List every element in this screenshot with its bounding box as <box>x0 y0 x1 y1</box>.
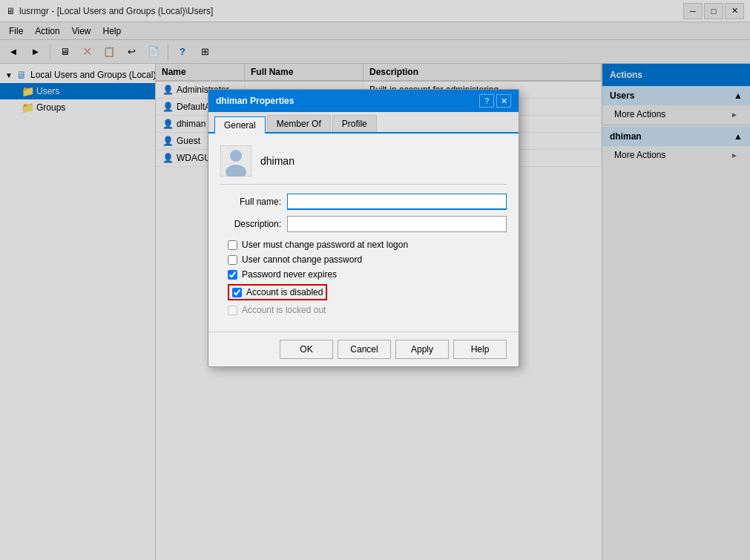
help-button-dialog[interactable]: Help <box>453 340 507 359</box>
tab-profile[interactable]: Profile <box>332 115 377 132</box>
cb-password-never-expires[interactable] <box>228 270 237 280</box>
apply-button[interactable]: Apply <box>395 340 449 359</box>
dialog-title: dhiman Properties <box>216 96 294 106</box>
cb-cannot-change-password-label: User cannot change password <box>242 254 362 265</box>
fullname-row: Full name: <box>220 194 507 210</box>
fullname-label: Full name: <box>220 197 287 207</box>
dialog-tabs: General Member Of Profile <box>208 112 519 134</box>
cb-account-locked-out-label: Account is locked out <box>242 305 326 315</box>
checkbox-row-1: User must change password at next logon <box>220 240 507 250</box>
cb-password-never-expires-label: Password never expires <box>242 269 337 280</box>
cb-must-change-password-label: User must change password at next logon <box>242 240 408 250</box>
tab-general[interactable]: General <box>214 116 266 134</box>
ok-button[interactable]: OK <box>280 340 333 359</box>
checkbox-row-3: Password never expires <box>220 269 507 280</box>
dialog-overlay: dhiman Properties ? ✕ General Member Of … <box>0 0 750 560</box>
dialog-title-bar: dhiman Properties ? ✕ <box>208 90 519 112</box>
description-row: Description: <box>220 216 507 232</box>
cb-cannot-change-password[interactable] <box>228 255 237 265</box>
dialog-help-button[interactable]: ? <box>479 94 494 108</box>
description-input[interactable] <box>287 216 507 232</box>
dialog-properties: dhiman Properties ? ✕ General Member Of … <box>208 89 519 367</box>
checkbox-row-2: User cannot change password <box>220 254 507 265</box>
checkbox-row-4: Account is disabled <box>220 284 507 300</box>
checkbox-row-5: Account is locked out <box>220 305 507 315</box>
dialog-close-button[interactable]: ✕ <box>496 94 511 108</box>
tab-member-of[interactable]: Member Of <box>267 115 331 132</box>
user-header: dhiman <box>220 145 507 185</box>
dialog-username: dhiman <box>260 155 295 167</box>
dialog-content: dhiman Full name: Description: User must… <box>208 134 519 332</box>
cb-account-disabled-label: Account is disabled <box>246 287 323 297</box>
fullname-input[interactable] <box>287 194 507 210</box>
cb-must-change-password[interactable] <box>228 240 237 250</box>
description-label: Description: <box>220 219 287 229</box>
cb-account-locked-out[interactable] <box>228 306 237 315</box>
avatar <box>220 145 251 177</box>
cancel-button[interactable]: Cancel <box>338 340 391 359</box>
dialog-buttons: OK Cancel Apply Help <box>208 332 519 366</box>
svg-point-1 <box>230 150 242 162</box>
cb-account-disabled[interactable] <box>232 288 242 297</box>
